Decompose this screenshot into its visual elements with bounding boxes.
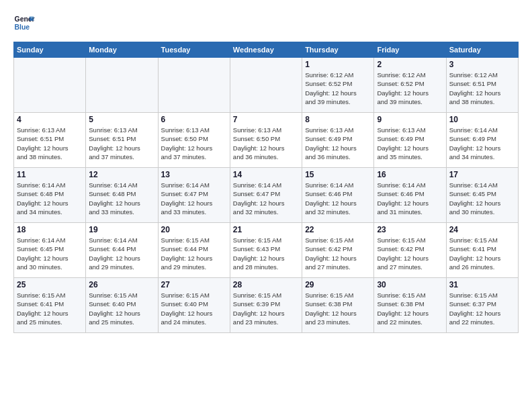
day-number: 7 <box>233 115 299 124</box>
day-info: Sunrise: 6:15 AM Sunset: 6:40 PM Dayligh… <box>161 291 227 326</box>
day-info: Sunrise: 6:15 AM Sunset: 6:41 PM Dayligh… <box>17 291 83 326</box>
calendar-cell: 21Sunrise: 6:15 AM Sunset: 6:43 PM Dayli… <box>230 223 302 278</box>
calendar-cell: 25Sunrise: 6:15 AM Sunset: 6:41 PM Dayli… <box>14 278 86 333</box>
calendar-cell: 1Sunrise: 6:12 AM Sunset: 6:52 PM Daylig… <box>302 58 374 113</box>
weekday-header-monday: Monday <box>86 42 158 58</box>
calendar-table: SundayMondayTuesdayWednesdayThursdayFrid… <box>13 42 519 333</box>
day-info: Sunrise: 6:15 AM Sunset: 6:42 PM Dayligh… <box>305 236 371 271</box>
day-number: 4 <box>17 115 83 124</box>
day-info: Sunrise: 6:15 AM Sunset: 6:42 PM Dayligh… <box>377 236 443 271</box>
calendar-cell: 28Sunrise: 6:15 AM Sunset: 6:39 PM Dayli… <box>230 278 302 333</box>
day-info: Sunrise: 6:12 AM Sunset: 6:52 PM Dayligh… <box>305 71 371 106</box>
day-info: Sunrise: 6:14 AM Sunset: 6:45 PM Dayligh… <box>449 181 515 216</box>
calendar-week-row: 1Sunrise: 6:12 AM Sunset: 6:52 PM Daylig… <box>14 58 519 113</box>
calendar-week-row: 18Sunrise: 6:14 AM Sunset: 6:45 PM Dayli… <box>14 223 519 278</box>
day-info: Sunrise: 6:15 AM Sunset: 6:41 PM Dayligh… <box>449 236 515 271</box>
calendar-cell: 10Sunrise: 6:14 AM Sunset: 6:49 PM Dayli… <box>446 113 518 168</box>
day-info: Sunrise: 6:14 AM Sunset: 6:46 PM Dayligh… <box>377 181 443 216</box>
weekday-header-wednesday: Wednesday <box>230 42 302 58</box>
day-info: Sunrise: 6:13 AM Sunset: 6:51 PM Dayligh… <box>89 126 154 161</box>
day-info: Sunrise: 6:14 AM Sunset: 6:48 PM Dayligh… <box>89 181 154 216</box>
day-number: 21 <box>233 225 299 234</box>
calendar-cell: 22Sunrise: 6:15 AM Sunset: 6:42 PM Dayli… <box>302 223 374 278</box>
day-info: Sunrise: 6:14 AM Sunset: 6:48 PM Dayligh… <box>17 181 83 216</box>
day-info: Sunrise: 6:14 AM Sunset: 6:46 PM Dayligh… <box>305 181 371 216</box>
calendar-page: General Blue SundayMondayTuesdayWednesda… <box>0 0 532 411</box>
day-number: 25 <box>17 280 83 289</box>
day-number: 6 <box>161 115 227 124</box>
day-number: 30 <box>377 280 443 289</box>
day-number: 13 <box>161 170 227 179</box>
calendar-cell: 6Sunrise: 6:13 AM Sunset: 6:50 PM Daylig… <box>158 113 230 168</box>
day-number: 28 <box>233 280 299 289</box>
day-number: 10 <box>449 115 515 124</box>
calendar-cell: 13Sunrise: 6:14 AM Sunset: 6:47 PM Dayli… <box>158 168 230 223</box>
calendar-cell: 29Sunrise: 6:15 AM Sunset: 6:38 PM Dayli… <box>302 278 374 333</box>
day-number: 23 <box>377 225 443 234</box>
calendar-cell <box>230 58 302 113</box>
day-number: 20 <box>161 225 227 234</box>
day-number: 18 <box>17 225 83 234</box>
calendar-cell: 7Sunrise: 6:13 AM Sunset: 6:50 PM Daylig… <box>230 113 302 168</box>
calendar-cell <box>14 58 86 113</box>
day-number: 3 <box>449 60 515 69</box>
day-number: 12 <box>89 170 154 179</box>
calendar-cell: 8Sunrise: 6:13 AM Sunset: 6:49 PM Daylig… <box>302 113 374 168</box>
calendar-cell: 17Sunrise: 6:14 AM Sunset: 6:45 PM Dayli… <box>446 168 518 223</box>
calendar-cell: 5Sunrise: 6:13 AM Sunset: 6:51 PM Daylig… <box>86 113 158 168</box>
day-number: 24 <box>449 225 515 234</box>
calendar-cell: 4Sunrise: 6:13 AM Sunset: 6:51 PM Daylig… <box>14 113 86 168</box>
day-info: Sunrise: 6:15 AM Sunset: 6:38 PM Dayligh… <box>377 291 443 326</box>
weekday-header-row: SundayMondayTuesdayWednesdayThursdayFrid… <box>14 42 519 58</box>
calendar-cell: 15Sunrise: 6:14 AM Sunset: 6:46 PM Dayli… <box>302 168 374 223</box>
day-info: Sunrise: 6:14 AM Sunset: 6:49 PM Dayligh… <box>449 126 515 161</box>
day-number: 2 <box>377 60 443 69</box>
calendar-cell: 31Sunrise: 6:15 AM Sunset: 6:37 PM Dayli… <box>446 278 518 333</box>
calendar-cell: 19Sunrise: 6:14 AM Sunset: 6:44 PM Dayli… <box>86 223 158 278</box>
day-number: 26 <box>89 280 154 289</box>
calendar-cell: 27Sunrise: 6:15 AM Sunset: 6:40 PM Dayli… <box>158 278 230 333</box>
day-number: 14 <box>233 170 299 179</box>
day-number: 1 <box>305 60 371 69</box>
calendar-cell <box>86 58 158 113</box>
day-info: Sunrise: 6:14 AM Sunset: 6:47 PM Dayligh… <box>233 181 299 216</box>
svg-text:Blue: Blue <box>15 24 30 31</box>
weekday-header-thursday: Thursday <box>302 42 374 58</box>
calendar-cell: 18Sunrise: 6:14 AM Sunset: 6:45 PM Dayli… <box>14 223 86 278</box>
day-number: 15 <box>305 170 371 179</box>
calendar-cell: 11Sunrise: 6:14 AM Sunset: 6:48 PM Dayli… <box>14 168 86 223</box>
day-number: 9 <box>377 115 443 124</box>
calendar-cell: 3Sunrise: 6:12 AM Sunset: 6:51 PM Daylig… <box>446 58 518 113</box>
day-number: 19 <box>89 225 154 234</box>
day-info: Sunrise: 6:14 AM Sunset: 6:44 PM Dayligh… <box>89 236 154 271</box>
page-header: General Blue <box>13 12 519 34</box>
day-info: Sunrise: 6:15 AM Sunset: 6:40 PM Dayligh… <box>89 291 154 326</box>
day-info: Sunrise: 6:14 AM Sunset: 6:45 PM Dayligh… <box>17 236 83 271</box>
calendar-cell: 9Sunrise: 6:13 AM Sunset: 6:49 PM Daylig… <box>374 113 446 168</box>
day-number: 27 <box>161 280 227 289</box>
day-number: 31 <box>449 280 515 289</box>
calendar-cell: 24Sunrise: 6:15 AM Sunset: 6:41 PM Dayli… <box>446 223 518 278</box>
day-number: 17 <box>449 170 515 179</box>
calendar-cell: 23Sunrise: 6:15 AM Sunset: 6:42 PM Dayli… <box>374 223 446 278</box>
calendar-cell: 20Sunrise: 6:15 AM Sunset: 6:44 PM Dayli… <box>158 223 230 278</box>
day-info: Sunrise: 6:12 AM Sunset: 6:52 PM Dayligh… <box>377 71 443 106</box>
calendar-cell: 26Sunrise: 6:15 AM Sunset: 6:40 PM Dayli… <box>86 278 158 333</box>
day-info: Sunrise: 6:13 AM Sunset: 6:49 PM Dayligh… <box>377 126 443 161</box>
logo: General Blue <box>13 12 35 34</box>
calendar-week-row: 25Sunrise: 6:15 AM Sunset: 6:41 PM Dayli… <box>14 278 519 333</box>
day-number: 11 <box>17 170 83 179</box>
weekday-header-sunday: Sunday <box>14 42 86 58</box>
calendar-week-row: 4Sunrise: 6:13 AM Sunset: 6:51 PM Daylig… <box>14 113 519 168</box>
day-info: Sunrise: 6:15 AM Sunset: 6:44 PM Dayligh… <box>161 236 227 271</box>
day-number: 22 <box>305 225 371 234</box>
calendar-cell: 12Sunrise: 6:14 AM Sunset: 6:48 PM Dayli… <box>86 168 158 223</box>
day-info: Sunrise: 6:13 AM Sunset: 6:51 PM Dayligh… <box>17 126 83 161</box>
calendar-cell: 2Sunrise: 6:12 AM Sunset: 6:52 PM Daylig… <box>374 58 446 113</box>
day-number: 5 <box>89 115 154 124</box>
weekday-header-tuesday: Tuesday <box>158 42 230 58</box>
calendar-cell: 30Sunrise: 6:15 AM Sunset: 6:38 PM Dayli… <box>374 278 446 333</box>
day-info: Sunrise: 6:13 AM Sunset: 6:50 PM Dayligh… <box>233 126 299 161</box>
weekday-header-friday: Friday <box>374 42 446 58</box>
day-info: Sunrise: 6:13 AM Sunset: 6:49 PM Dayligh… <box>305 126 371 161</box>
